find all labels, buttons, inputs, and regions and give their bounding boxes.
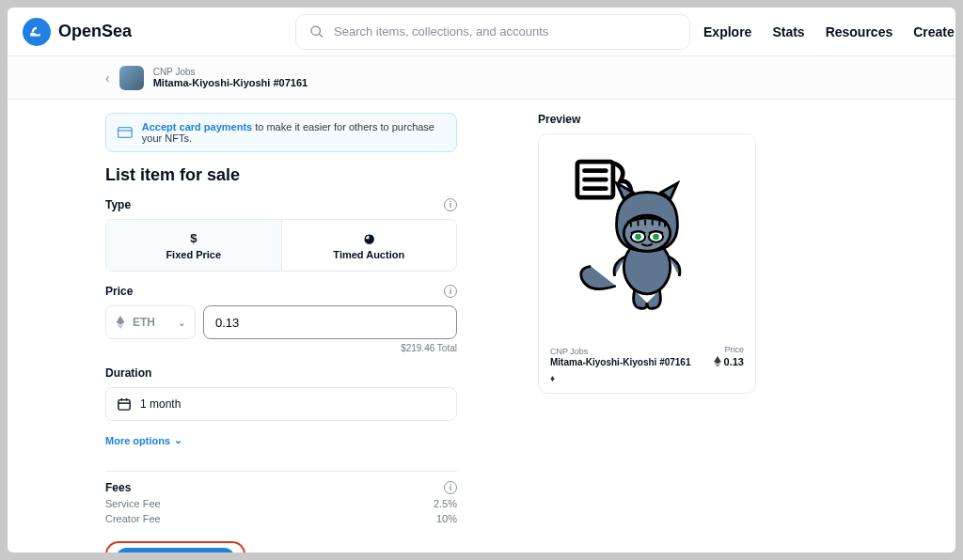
- preview-price-label: Price: [724, 345, 744, 354]
- calendar-icon: [118, 397, 131, 411]
- currency-label: ETH: [133, 316, 155, 329]
- info-icon[interactable]: i: [444, 198, 457, 211]
- currency-select[interactable]: ETH ⌄: [105, 305, 196, 339]
- nav-create[interactable]: Create: [913, 24, 955, 39]
- price-input[interactable]: [203, 305, 457, 339]
- search-box[interactable]: [295, 14, 690, 50]
- service-fee-value: 2.5%: [434, 498, 457, 509]
- breadcrumb-item: Mitama-Kiyoshi-Kiyoshi #07161: [153, 77, 308, 88]
- service-fee-label: Service Fee: [105, 498, 161, 509]
- info-icon[interactable]: i: [444, 481, 457, 494]
- duration-label: Duration: [105, 366, 151, 380]
- chevron-down-icon: ⌄: [178, 318, 185, 328]
- search-icon: [309, 24, 324, 39]
- duration-value: 1 month: [140, 397, 181, 411]
- svg-point-14: [653, 234, 659, 241]
- svg-rect-0: [118, 128, 132, 138]
- preview-card: CNP Jobs Mitama-Kiyoshi-Kiyoshi #07161 P…: [538, 133, 756, 394]
- preview-label: Preview: [538, 113, 756, 126]
- nav-stats[interactable]: Stats: [772, 24, 804, 39]
- divider: [105, 471, 457, 472]
- eth-icon: [714, 356, 721, 367]
- preview-image: [539, 134, 755, 339]
- svg-point-13: [635, 234, 641, 241]
- cta-highlight: Complete listing: [105, 541, 245, 552]
- price-label: Price: [105, 285, 133, 298]
- clock-icon: ◕: [364, 231, 374, 245]
- brand-name: OpenSea: [58, 22, 132, 41]
- creator-fee-label: Creator Fee: [105, 513, 161, 524]
- banner-link[interactable]: Accept card payments: [142, 121, 252, 132]
- brand[interactable]: OpenSea: [23, 18, 132, 46]
- preview-collection: CNP Jobs: [550, 347, 744, 356]
- search-input[interactable]: [334, 24, 676, 39]
- svg-marker-2: [117, 316, 125, 325]
- type-fixed-price[interactable]: $ Fixed Price: [106, 220, 282, 271]
- type-timed-auction[interactable]: ◕ Timed Auction: [282, 220, 457, 271]
- more-options-toggle[interactable]: More options ⌄: [105, 434, 457, 446]
- card-payments-banner[interactable]: Accept card payments to make it easier f…: [105, 113, 457, 152]
- item-thumbnail: [119, 66, 144, 90]
- creator-fee-value: 10%: [436, 513, 457, 524]
- svg-marker-15: [714, 356, 721, 364]
- type-fixed-label: Fixed Price: [166, 249, 221, 260]
- nav-explore[interactable]: Explore: [703, 24, 751, 39]
- opensea-logo-icon: [23, 18, 51, 46]
- type-label: Type: [105, 198, 131, 211]
- breadcrumb-collection: CNP Jobs: [153, 67, 308, 77]
- preview-price-value: 0.13: [724, 356, 744, 367]
- duration-select[interactable]: 1 month: [105, 387, 457, 421]
- price-total: $219.46 Total: [105, 343, 457, 353]
- eth-icon: ♦: [550, 367, 744, 383]
- svg-rect-4: [118, 400, 130, 411]
- eth-icon: [116, 316, 125, 329]
- nav-resources[interactable]: Resources: [826, 24, 893, 39]
- type-auction-label: Timed Auction: [333, 249, 404, 260]
- page-title: List item for sale: [105, 165, 457, 185]
- back-chevron-icon[interactable]: ‹: [105, 70, 110, 86]
- chevron-down-icon: ⌄: [174, 434, 182, 446]
- complete-listing-button[interactable]: Complete listing: [117, 548, 234, 552]
- fees-label: Fees: [105, 481, 131, 494]
- dollar-icon: $: [190, 231, 197, 245]
- info-icon[interactable]: i: [444, 285, 457, 298]
- credit-card-icon: [118, 126, 133, 139]
